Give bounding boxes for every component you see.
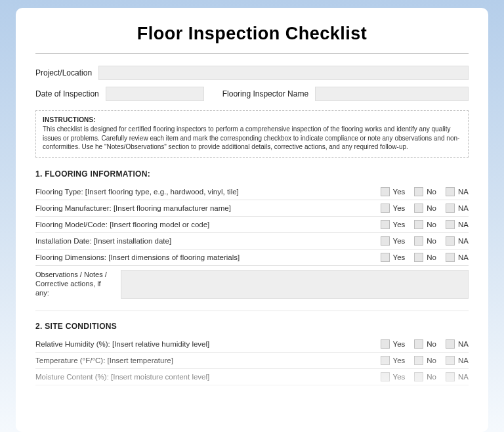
check-group: Yes No NA	[374, 356, 469, 365]
checkbox-icon	[381, 356, 390, 365]
section2-heading: 2. SITE CONDITIONS	[35, 322, 469, 331]
check-na[interactable]: NA	[446, 356, 469, 365]
inspector-label: Flooring Inspector Name	[222, 89, 308, 98]
check-na[interactable]: NA	[446, 204, 469, 213]
notes-label: Observations / Notes / Corrective action…	[35, 270, 114, 298]
checkbox-icon	[446, 372, 455, 381]
project-input[interactable]	[98, 66, 469, 80]
checkbox-icon	[414, 187, 423, 196]
date-inspector-row: Date of Inspection Flooring Inspector Na…	[35, 87, 469, 101]
check-yes[interactable]: Yes	[381, 253, 406, 262]
checkbox-icon	[381, 253, 390, 262]
checkbox-icon	[381, 220, 390, 229]
checkbox-icon	[446, 236, 455, 246]
inspector-input[interactable]	[315, 87, 469, 101]
checkbox-icon	[414, 339, 423, 349]
instructions-heading: INSTRUCTIONS:	[43, 116, 461, 123]
check-na[interactable]: NA	[446, 253, 469, 262]
check-na[interactable]: NA	[446, 339, 469, 349]
checkbox-icon	[414, 372, 423, 381]
check-na[interactable]: NA	[446, 372, 469, 381]
check-group: Yes No NA	[374, 204, 469, 213]
checklist-item: Flooring Type: [Insert flooring type, e.…	[35, 184, 469, 200]
instructions-body: This checklist is designed for certified…	[43, 125, 461, 152]
check-no[interactable]: No	[414, 356, 436, 365]
check-group: Yes No NA	[374, 187, 469, 196]
checkbox-icon	[446, 204, 455, 213]
checkbox-icon	[446, 187, 455, 196]
check-group: Yes No NA	[374, 220, 469, 229]
check-group: Yes No NA	[374, 253, 469, 262]
checklist-item: Flooring Manufacturer: [Insert flooring …	[35, 200, 469, 217]
check-group: Yes No NA	[374, 372, 469, 381]
checklist-item: Relative Humidity (%): [Insert relative …	[35, 336, 469, 353]
check-yes[interactable]: Yes	[381, 187, 406, 196]
page-title: Floor Inspection Checklist	[35, 24, 469, 44]
divider	[35, 53, 469, 54]
check-no[interactable]: No	[414, 339, 436, 349]
item-label: Relative Humidity (%): [Insert relative …	[35, 340, 374, 348]
check-yes[interactable]: Yes	[381, 356, 406, 365]
instructions-box: INSTRUCTIONS: This checklist is designed…	[35, 110, 469, 158]
checkbox-icon	[414, 204, 423, 213]
check-yes[interactable]: Yes	[381, 204, 406, 213]
check-na[interactable]: NA	[446, 187, 469, 196]
check-na[interactable]: NA	[446, 220, 469, 229]
check-yes[interactable]: Yes	[381, 372, 406, 381]
checkbox-icon	[446, 253, 455, 262]
check-yes[interactable]: Yes	[381, 339, 406, 349]
check-no[interactable]: No	[414, 236, 436, 246]
checklist-item: Flooring Dimensions: [Insert dimensions …	[35, 249, 469, 266]
check-no[interactable]: No	[414, 372, 436, 381]
item-label: Flooring Model/Code: [Insert flooring mo…	[35, 221, 374, 228]
date-input[interactable]	[106, 87, 204, 101]
section1-heading: 1. FLOORING INFORMATION:	[35, 169, 469, 179]
item-label: Flooring Type: [Insert flooring type, e.…	[35, 188, 374, 196]
item-label: Flooring Manufacturer: [Insert flooring …	[35, 204, 374, 212]
checkbox-icon	[381, 372, 390, 381]
checklist-item: Installation Date: [Insert installation …	[35, 233, 469, 249]
check-yes[interactable]: Yes	[381, 236, 406, 246]
document-page: Floor Inspection Checklist Project/Locat…	[16, 8, 488, 432]
checkbox-icon	[414, 356, 423, 365]
checkbox-icon	[381, 339, 390, 349]
checkbox-icon	[446, 339, 455, 349]
checkbox-icon	[414, 253, 423, 262]
divider	[35, 311, 469, 311]
checkbox-icon	[414, 220, 423, 229]
checkbox-icon	[446, 220, 455, 229]
checklist-item: Moisture Content (%): [Insert moisture c…	[35, 369, 469, 385]
notes-row: Observations / Notes / Corrective action…	[35, 270, 469, 299]
check-no[interactable]: No	[414, 204, 436, 213]
check-no[interactable]: No	[414, 187, 436, 196]
checkbox-icon	[414, 236, 423, 246]
check-group: Yes No NA	[374, 339, 469, 349]
notes-input[interactable]	[121, 270, 469, 299]
project-row: Project/Location	[35, 66, 469, 80]
checkbox-icon	[381, 187, 390, 196]
check-group: Yes No NA	[374, 236, 469, 246]
checkbox-icon	[381, 204, 390, 213]
check-no[interactable]: No	[414, 220, 436, 229]
checkbox-icon	[446, 356, 455, 365]
check-yes[interactable]: Yes	[381, 220, 406, 229]
date-label: Date of Inspection	[35, 89, 99, 98]
checkbox-icon	[381, 236, 390, 246]
item-label: Flooring Dimensions: [Insert dimensions …	[35, 253, 374, 261]
item-label: Temperature (°F/°C): [Insert temperature…	[35, 356, 374, 364]
check-na[interactable]: NA	[446, 236, 469, 246]
item-label: Installation Date: [Insert installation …	[35, 237, 374, 245]
checklist-item: Temperature (°F/°C): [Insert temperature…	[35, 353, 469, 369]
project-label: Project/Location	[35, 68, 92, 77]
item-label: Moisture Content (%): [Insert moisture c…	[35, 373, 374, 381]
checklist-item: Flooring Model/Code: [Insert flooring mo…	[35, 217, 469, 233]
check-no[interactable]: No	[414, 253, 436, 262]
